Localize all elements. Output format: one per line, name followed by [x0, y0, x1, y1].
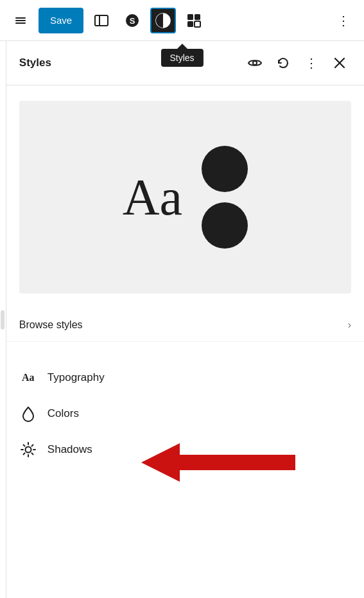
- preview-circle-bottom: [202, 202, 248, 249]
- blocks-button[interactable]: [181, 8, 207, 33]
- menu-icon: [14, 14, 27, 27]
- svg-line-21: [31, 453, 33, 454]
- tooltip-box: Styles: [160, 49, 203, 67]
- styles-panel: Styles ⋮: [6, 41, 364, 598]
- tooltip-arrow: [177, 44, 187, 49]
- browse-styles-label: Browse styles: [19, 319, 348, 331]
- shadows-label: Shadows: [48, 443, 92, 456]
- svg-text:S: S: [130, 16, 135, 26]
- styles-button[interactable]: [150, 8, 176, 33]
- bolt-button[interactable]: S: [119, 8, 145, 33]
- shadows-item[interactable]: Shadows: [6, 432, 364, 468]
- preview-typography-text: Aa: [123, 168, 182, 227]
- chevron-right-icon: ›: [348, 319, 351, 331]
- close-button[interactable]: [328, 51, 351, 75]
- svg-rect-1: [15, 20, 26, 21]
- typography-label: Typography: [48, 371, 105, 384]
- left-edge: [0, 41, 6, 598]
- save-button[interactable]: Save: [39, 8, 83, 33]
- history-icon: [277, 57, 290, 69]
- svg-rect-10: [187, 21, 193, 27]
- blocks-icon: [187, 13, 201, 28]
- style-preview-card: Aa: [19, 101, 351, 294]
- svg-point-15: [25, 447, 31, 453]
- tooltip-container: Styles: [160, 44, 203, 67]
- edge-handle: [1, 310, 4, 330]
- preview-circle-top: [202, 146, 248, 192]
- svg-rect-2: [15, 22, 26, 24]
- svg-rect-0: [15, 17, 26, 19]
- shadows-icon: [19, 441, 37, 459]
- svg-line-23: [23, 453, 24, 454]
- sun-icon: [20, 441, 37, 458]
- history-button[interactable]: [272, 51, 295, 75]
- layout-icon: [94, 15, 108, 26]
- menu-icon-btn[interactable]: [8, 8, 33, 33]
- drop-icon: [21, 405, 36, 422]
- panel-more-button[interactable]: ⋮: [300, 51, 323, 75]
- typography-icon: Aa: [19, 369, 37, 387]
- main-area: Styles ⋮: [0, 41, 364, 598]
- section-items-list: Aa Typography Colors: [6, 352, 364, 475]
- more-dots-icon: ⋮: [337, 13, 351, 28]
- preview-circles: [202, 146, 248, 249]
- layout-toggle-button[interactable]: [89, 8, 114, 33]
- svg-rect-9: [195, 14, 200, 20]
- header-icons: ⋮: [243, 51, 351, 75]
- close-icon: [334, 57, 345, 69]
- colors-icon: [19, 405, 37, 423]
- panel-more-icon: ⋮: [305, 57, 318, 69]
- typography-item[interactable]: Aa Typography: [6, 360, 364, 396]
- svg-rect-3: [95, 15, 108, 26]
- eye-icon: [248, 58, 262, 68]
- svg-line-20: [23, 445, 24, 446]
- toolbar: Save S ⋮: [0, 0, 364, 41]
- svg-rect-11: [195, 21, 200, 27]
- bolt-icon: S: [125, 13, 139, 28]
- colors-item[interactable]: Colors: [6, 396, 364, 432]
- browse-styles-row[interactable]: Browse styles ›: [6, 309, 364, 342]
- svg-rect-8: [187, 14, 193, 20]
- preview-button[interactable]: [243, 51, 266, 75]
- colors-label: Colors: [48, 407, 79, 420]
- more-options-button[interactable]: ⋮: [331, 8, 356, 33]
- svg-point-12: [253, 61, 257, 65]
- svg-line-22: [31, 445, 33, 446]
- styles-icon: [155, 12, 171, 29]
